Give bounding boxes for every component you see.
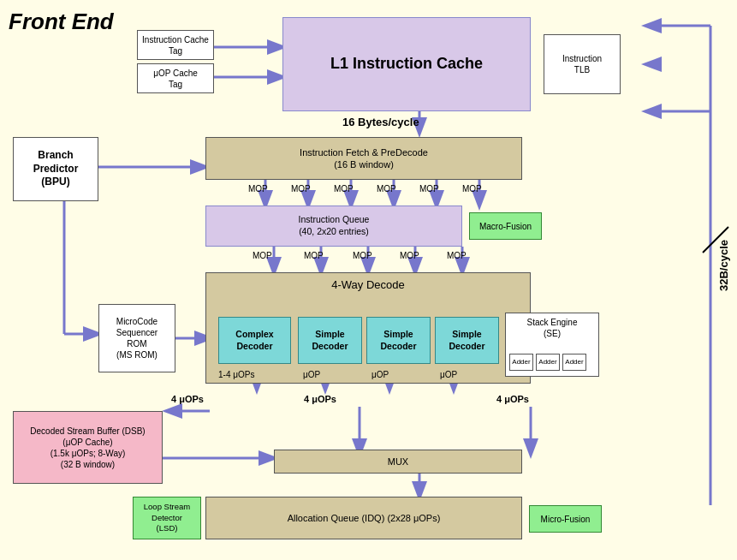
instruction-queue-box: Instruction Queue(40, 2x20 entries) — [205, 206, 462, 247]
mop-label-1: MOP — [248, 184, 268, 194]
uop-cache-tag-box: μOP CacheTag — [137, 63, 214, 93]
mop-label-8: MOP — [304, 251, 324, 260]
four-uops-label-3: 4 μOPs — [496, 394, 529, 404]
side-label: 32B/cycle — [717, 240, 730, 291]
simple-decoder-2-box: SimpleDecoder — [366, 317, 431, 364]
dsb-box: Decoded Stream Buffer (DSB)(μOP Cache)(1… — [13, 411, 163, 484]
mop-label-4: MOP — [377, 184, 396, 194]
mop-label-5: MOP — [419, 184, 439, 194]
stack-engine-box: Stack Engine(SE) Adder Adder Adder — [505, 313, 599, 377]
mop-label-6: MOP — [462, 184, 482, 194]
adder-3-box: Adder — [562, 354, 586, 371]
branch-predictor-box: BranchPredictor(BPU) — [13, 137, 98, 201]
allocation-queue-box: Allocation Queue (IDQ) (2x28 μOPs) — [205, 497, 522, 539]
loop-stream-detector-box: Loop StreamDetector(LSD) — [133, 497, 201, 539]
four-uops-label-2: 4 μOPs — [304, 394, 336, 404]
micro-fusion-box: Micro-Fusion — [529, 505, 602, 533]
uop-label-2: μOP — [303, 370, 320, 379]
complex-decoder-box: ComplexDecoder — [218, 317, 291, 364]
adder-1-box: Adder — [509, 354, 533, 371]
uop-label-4: μOP — [440, 370, 457, 379]
page-title: Front End — [9, 9, 114, 35]
l1-cache-box: L1 Instruction Cache — [282, 17, 531, 111]
instruction-cache-tag-box: Instruction Cache Tag — [137, 30, 214, 60]
bytes-per-cycle-label: 16 Bytes/cycle — [342, 116, 419, 128]
mop-label-10: MOP — [400, 251, 419, 260]
mop-label-9: MOP — [353, 251, 372, 260]
microcode-rom-box: MicroCodeSequencerROM(MS ROM) — [98, 304, 175, 372]
uop-label-3: μOP — [371, 370, 389, 379]
macro-fusion-box: Macro-Fusion — [469, 212, 542, 240]
mop-label-7: MOP — [253, 251, 272, 260]
instruction-fetch-box: Instruction Fetch & PreDecode(16 B windo… — [205, 137, 522, 180]
simple-decoder-1-box: SimpleDecoder — [298, 317, 362, 364]
adder-2-box: Adder — [536, 354, 560, 371]
uops-label-1: 1-4 μOPs — [218, 370, 254, 379]
mux-box: MUX — [274, 450, 522, 474]
simple-decoder-3-box: SimpleDecoder — [435, 317, 499, 364]
four-uops-label-1: 4 μOPs — [171, 394, 204, 404]
mop-label-2: MOP — [291, 184, 311, 194]
mop-label-11: MOP — [447, 251, 467, 260]
diagram-container: Front End — [0, 0, 737, 560]
instruction-tlb-box: InstructionTLB — [544, 34, 621, 94]
mop-label-3: MOP — [334, 184, 354, 194]
